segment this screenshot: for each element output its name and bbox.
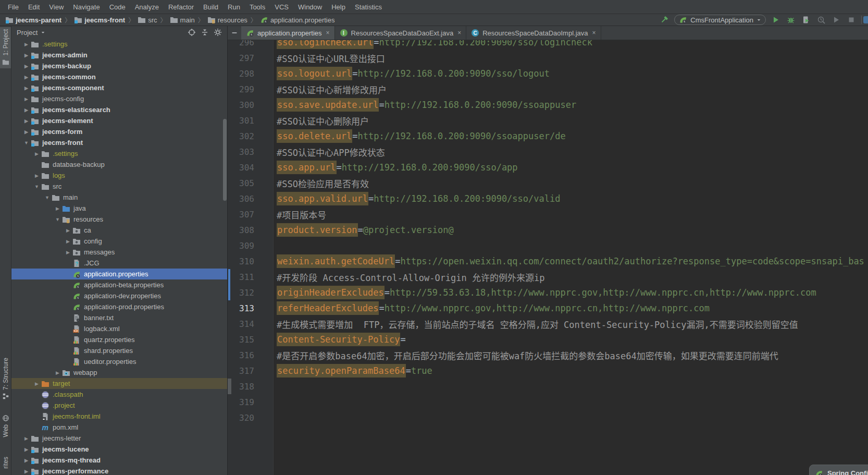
editor-line-311[interactable]: 311#开发阶段 Access-Control-Allow-Origin 允许的… bbox=[228, 269, 868, 285]
chevron-collapsed-icon[interactable]: ▶ bbox=[22, 96, 31, 102]
chevron-collapsed-icon[interactable]: ▶ bbox=[22, 107, 31, 113]
editor-line-319[interactable]: 319 bbox=[228, 394, 868, 410]
editor-line-297[interactable]: 297#SSO认证中心URL登出接口 bbox=[228, 50, 868, 66]
tree-item-main[interactable]: ▼main bbox=[11, 192, 227, 203]
chevron-collapsed-icon[interactable]: ▶ bbox=[22, 447, 31, 452]
tree-item-jeecms-admin[interactable]: ▶jeecms-admin bbox=[11, 50, 227, 60]
editor-line-317[interactable]: 317security.openParamBase64=true bbox=[228, 363, 868, 379]
breadcrumb-main[interactable]: main bbox=[169, 16, 196, 24]
project-scrollbar-thumb[interactable] bbox=[223, 119, 227, 201]
line-number[interactable]: 304 bbox=[228, 163, 254, 173]
chevron-collapsed-icon[interactable]: ▶ bbox=[22, 458, 31, 463]
line-number[interactable]: 308 bbox=[228, 225, 254, 235]
close-icon[interactable]: × bbox=[592, 29, 596, 36]
line-number[interactable]: 299 bbox=[228, 84, 254, 94]
editor-tab-application-properties[interactable]: application.properties× bbox=[241, 26, 335, 40]
chevron-collapsed-icon[interactable]: ▶ bbox=[32, 151, 41, 156]
tree-item-jeecms-form[interactable]: ▶jeecms-form bbox=[11, 126, 227, 137]
tree-item-ca[interactable]: ▶ca bbox=[11, 225, 227, 236]
tool-window-button-7-structure[interactable]: 7: Structure bbox=[0, 356, 11, 403]
line-number[interactable]: 312 bbox=[228, 288, 254, 298]
editor-line-313[interactable]: 313referHeaderExcludes=http://www.npprc.… bbox=[228, 300, 868, 316]
tree-item-logs[interactable]: ▶logs bbox=[11, 170, 227, 181]
line-number[interactable]: 298 bbox=[228, 69, 254, 79]
hide-panel-icon[interactable] bbox=[228, 26, 241, 40]
line-number[interactable]: 318 bbox=[228, 382, 254, 392]
tree-item-jeecms-component[interactable]: ▶jeecms-component bbox=[11, 82, 227, 93]
tree-item-database-backup[interactable]: database-backup bbox=[11, 159, 227, 170]
breadcrumb-jeecms-parent[interactable]: jeecms-parent bbox=[4, 16, 63, 24]
settings-gear-button[interactable] bbox=[214, 28, 222, 36]
chevron-collapsed-icon[interactable]: ▶ bbox=[64, 228, 72, 233]
tree-item-pom-xml[interactable]: mpom.xml bbox=[11, 422, 227, 433]
menu-view[interactable]: View bbox=[44, 1, 68, 13]
tree-item-jeecms-mq-thread[interactable]: ▶jeecms-mq-thread bbox=[11, 455, 227, 466]
editor-line-304[interactable]: 304sso.app.url=http://192.168.0.200:9090… bbox=[228, 160, 868, 175]
chevron-collapsed-icon[interactable]: ▶ bbox=[22, 53, 31, 58]
editor-line-310[interactable]: 310weixin.auth.getCodeUrl=https://open.w… bbox=[228, 253, 868, 269]
chevron-expanded-icon[interactable]: ▼ bbox=[43, 195, 52, 200]
run-with-coverage-button[interactable] bbox=[801, 15, 811, 25]
editor-line-298[interactable]: 298sso.logout.url=http://192.168.0.200:9… bbox=[228, 66, 868, 81]
build-hammer-button[interactable] bbox=[659, 15, 669, 25]
editor-line-320[interactable]: 320 bbox=[228, 410, 868, 425]
line-number[interactable]: 315 bbox=[228, 335, 254, 345]
line-number[interactable]: 317 bbox=[228, 366, 254, 376]
breadcrumb-src[interactable]: src bbox=[137, 16, 158, 24]
chevron-collapsed-icon[interactable]: ▶ bbox=[32, 381, 41, 386]
debug-button[interactable] bbox=[786, 15, 796, 25]
tree-item-jeecms-performance[interactable]: ▶jeecms-performance bbox=[11, 466, 227, 475]
tree-item-quartz-properties[interactable]: quartz.properties bbox=[11, 334, 227, 345]
line-number[interactable]: 311 bbox=[228, 272, 254, 282]
tree-item-ueditor-properties[interactable]: ueditor.properties bbox=[11, 356, 227, 367]
search-everywhere-icon[interactable] bbox=[863, 16, 868, 23]
editor-pane[interactable]: application.properties×IResourcesSpaceDa… bbox=[228, 26, 868, 475]
tree-item-application-prod-properties[interactable]: application-prod.properties bbox=[11, 301, 227, 312]
tree-item-jeecms-front-iml[interactable]: jeecms-front.iml bbox=[11, 411, 227, 422]
chevron-expanded-icon[interactable]: ▼ bbox=[22, 140, 31, 145]
tree-item-jeecms-common[interactable]: ▶jeecms-common bbox=[11, 71, 227, 82]
tree-item-resources[interactable]: ▼resources bbox=[11, 214, 227, 225]
tree-item-jeecms-front[interactable]: ▼jeecms-front bbox=[11, 137, 227, 148]
tree-item-jeecms-config[interactable]: ▶jeecms-config bbox=[11, 93, 227, 104]
menu-window[interactable]: Window bbox=[293, 1, 327, 13]
breadcrumb-application.properties[interactable]: application.properties bbox=[259, 16, 336, 24]
editor-line-308[interactable]: 308product.version=@project.version@ bbox=[228, 222, 868, 238]
play-disabled-button[interactable] bbox=[831, 15, 841, 25]
editor-tab-resourcesspacedatadaoimpl-java[interactable]: CResourcesSpaceDataDaoImpl.java× bbox=[466, 26, 601, 40]
editor-line-299[interactable]: 299#SSO认证中心新增修改用户 bbox=[228, 81, 868, 97]
editor-tab-resourcesspacedatadaoext-java[interactable]: IResourcesSpaceDataDaoExt.java× bbox=[335, 26, 467, 40]
line-number[interactable]: 301 bbox=[228, 116, 254, 126]
stop-disabled-button[interactable] bbox=[846, 15, 857, 25]
editor-line-300[interactable]: 300sso.save.update.url=http://192.168.0.… bbox=[228, 97, 868, 113]
editor-line-306[interactable]: 306sso.app.valid.url=http://192.168.0.20… bbox=[228, 191, 868, 206]
tool-window-button-web[interactable]: Web bbox=[0, 412, 11, 439]
menu-refactor[interactable]: Refactor bbox=[164, 1, 199, 13]
close-icon[interactable]: × bbox=[457, 29, 461, 36]
line-number[interactable]: 314 bbox=[228, 319, 254, 329]
locate-button[interactable] bbox=[188, 28, 196, 36]
tree-item--jcg[interactable]: ?.JCG bbox=[11, 258, 227, 269]
line-number[interactable]: 320 bbox=[228, 413, 254, 423]
line-number[interactable]: 310 bbox=[228, 257, 254, 266]
editor-line-312[interactable]: 312originHeaderExcludes=http://59.53.63.… bbox=[228, 285, 868, 300]
notification-balloon[interactable]: Spring Config bbox=[809, 465, 868, 475]
profiler-disabled-button[interactable] bbox=[816, 15, 826, 25]
chevron-collapsed-icon[interactable]: ▶ bbox=[64, 239, 72, 244]
chevron-collapsed-icon[interactable]: ▶ bbox=[22, 75, 31, 80]
tree-item-jeecms-letter[interactable]: ▶jeecms-letter bbox=[11, 433, 227, 444]
menu-build[interactable]: Build bbox=[199, 1, 223, 13]
tree-item--project[interactable]: .project bbox=[11, 400, 227, 411]
line-number[interactable]: 307 bbox=[228, 210, 254, 220]
menu-run[interactable]: Run bbox=[223, 1, 245, 13]
menu-code[interactable]: Code bbox=[105, 1, 130, 13]
tree-item-shard-properties[interactable]: shard.properties bbox=[11, 345, 227, 356]
chevron-collapsed-icon[interactable]: ▶ bbox=[22, 86, 31, 91]
editor-line-303[interactable]: 303#SSO认证中心APP修改状态 bbox=[228, 144, 868, 160]
line-number[interactable]: 319 bbox=[228, 397, 254, 407]
collapse-all-button[interactable] bbox=[201, 28, 209, 36]
editor-content[interactable]: 296sso.logincheck.url=http://192.168.0.2… bbox=[228, 34, 868, 425]
editor-line-316[interactable]: 316#是否开启参数base64加密，开启后部分功能会加密可能被waf防火墙拦截… bbox=[228, 347, 868, 363]
editor-line-301[interactable]: 301#SSO认证中心删除用户 bbox=[228, 113, 868, 128]
chevron-down-icon[interactable] bbox=[41, 29, 45, 36]
